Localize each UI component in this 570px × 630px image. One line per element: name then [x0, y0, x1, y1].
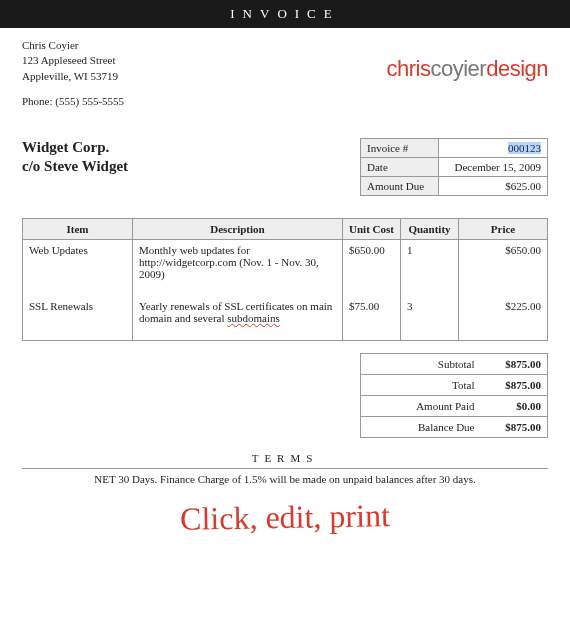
meta-table: Invoice # 000123 Date December 15, 2009 …	[360, 138, 548, 196]
meta-invoice-label: Invoice #	[361, 138, 439, 157]
item-name: SSL Renewals	[23, 296, 133, 341]
item-name: Web Updates	[23, 239, 133, 296]
item-price: $650.00	[459, 239, 548, 296]
top-row: Chris Coyier 123 Appleseed Street Applev…	[22, 38, 548, 110]
col-price: Price	[459, 218, 548, 239]
annotation-text: Click, edit, print	[22, 494, 549, 540]
totals-table: Subtotal$875.00 Total$875.00 Amount Paid…	[360, 353, 548, 438]
col-item: Item	[23, 218, 133, 239]
col-qty: Quantity	[401, 218, 459, 239]
logo-part3: design	[486, 56, 548, 81]
client-line1: Widget Corp.	[22, 138, 128, 158]
balance-value: $875.00	[481, 416, 548, 437]
client-line2: c/o Steve Widget	[22, 157, 128, 177]
item-qty: 1	[401, 239, 459, 296]
client-block[interactable]: Widget Corp. c/o Steve Widget	[22, 138, 128, 177]
item-qty: 3	[401, 296, 459, 341]
paid-value[interactable]: $0.00	[481, 395, 548, 416]
total-value: $875.00	[481, 374, 548, 395]
col-desc: Description	[133, 218, 343, 239]
sender-name: Chris Coyier	[22, 38, 124, 53]
meta-due-value[interactable]: $625.00	[439, 176, 548, 195]
header-bar: INVOICE	[0, 0, 570, 28]
total-label: Total	[361, 374, 481, 395]
subtotal-label: Subtotal	[361, 353, 481, 374]
item-price: $225.00	[459, 296, 548, 341]
col-cost: Unit Cost	[343, 218, 401, 239]
meta-invoice-value[interactable]: 000123	[439, 138, 548, 157]
meta-due-label: Amount Due	[361, 176, 439, 195]
logo: chriscoyierdesign	[387, 56, 548, 110]
items-table: Item Description Unit Cost Quantity Pric…	[22, 218, 548, 341]
content: Chris Coyier 123 Appleseed Street Applev…	[0, 28, 570, 536]
sender-block[interactable]: Chris Coyier 123 Appleseed Street Applev…	[22, 38, 124, 110]
meta-date-value[interactable]: December 15, 2009	[439, 157, 548, 176]
sender-city: Appleville, WI 53719	[22, 69, 124, 84]
logo-part1: chris	[387, 56, 431, 81]
item-desc: Yearly renewals of SSL certificates on m…	[133, 296, 343, 341]
terms-header: TERMS	[22, 452, 548, 469]
table-row[interactable]: SSL Renewals Yearly renewals of SSL cert…	[23, 296, 548, 341]
table-row[interactable]: Web Updates Monthly web updates for http…	[23, 239, 548, 296]
header-title: INVOICE	[230, 6, 339, 21]
logo-part2: coyier	[430, 56, 486, 81]
sender-phone: Phone: (555) 555-5555	[22, 94, 124, 109]
balance-label: Balance Due	[361, 416, 481, 437]
item-cost: $650.00	[343, 239, 401, 296]
totals-block: Subtotal$875.00 Total$875.00 Amount Paid…	[22, 353, 548, 438]
paid-label: Amount Paid	[361, 395, 481, 416]
subtotal-value: $875.00	[481, 353, 548, 374]
sender-street: 123 Appleseed Street	[22, 53, 124, 68]
item-desc: Monthly web updates for http://widgetcor…	[133, 239, 343, 296]
item-cost: $75.00	[343, 296, 401, 341]
meta-date-label: Date	[361, 157, 439, 176]
client-meta-row: Widget Corp. c/o Steve Widget Invoice # …	[22, 138, 548, 196]
terms-text[interactable]: NET 30 Days. Finance Charge of 1.5% will…	[22, 473, 548, 485]
